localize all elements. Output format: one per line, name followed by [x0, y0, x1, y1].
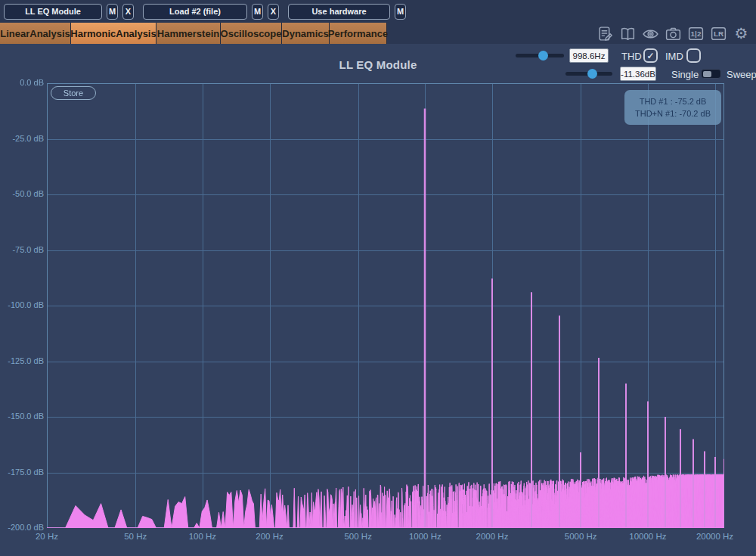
spectrum-chart: Store THD #1 : -75.2 dB THD+N #1: -70.2 …: [47, 83, 724, 528]
tab-hammerstein[interactable]: Hammerstein: [156, 23, 221, 44]
y-tick-label: -50.0 dB: [0, 189, 44, 198]
x-tick-label: 20 Hz: [17, 532, 77, 541]
tab-linearanalysis[interactable]: LinearAnalysis: [0, 23, 71, 44]
preset-group: Use hardwareM: [288, 4, 406, 20]
x-tick-label: 50 Hz: [105, 532, 166, 541]
tab-performance[interactable]: Performance: [330, 23, 387, 44]
x-tick-label: 10000 Hz: [618, 532, 678, 541]
toggle-knob: [703, 71, 711, 77]
x-tick-label: 200 Hz: [240, 532, 300, 541]
y-tick-label: -125.0 dB: [0, 356, 44, 365]
preset-button-ll-eq-module[interactable]: LL EQ Module: [4, 4, 102, 20]
x-tick-label: 20000 Hz: [685, 532, 745, 541]
frequency-value[interactable]: 998.6Hz: [569, 48, 609, 63]
midi-button[interactable]: M: [107, 4, 118, 20]
svg-text:1|2: 1|2: [691, 30, 702, 38]
preset-button-use-hardware[interactable]: Use hardware: [288, 4, 390, 20]
screenshot-icon[interactable]: [665, 25, 682, 42]
tab-bar: LinearAnalysisHarmonicAnalysisHammerstei…: [0, 23, 756, 44]
single-label: Single: [671, 69, 699, 80]
imd-checkbox[interactable]: ✓: [686, 48, 701, 63]
settings-icon[interactable]: ⚙: [733, 25, 750, 42]
x-tick-label: 5000 Hz: [550, 532, 611, 541]
y-tick-label: -200.0 dB: [0, 523, 44, 532]
thd-readout-line: THD #1 : -75.2 dB: [629, 95, 717, 107]
frequency-slider-thumb[interactable]: [538, 51, 548, 61]
thd-label: THD: [621, 51, 642, 62]
level-value[interactable]: -11.36dB: [620, 67, 656, 81]
store-button[interactable]: Store: [51, 86, 96, 100]
sweep-label: Sweep: [727, 69, 756, 80]
y-tick-label: -75.0 dB: [0, 245, 44, 254]
toolbar-icon-strip: 1|2LR⚙: [596, 23, 756, 44]
eye-icon[interactable]: [642, 25, 659, 42]
preset-bar: LL EQ ModuleMXLoad #2 (file)MXUse hardwa…: [0, 0, 756, 23]
manual-icon[interactable]: [619, 25, 637, 42]
clear-button[interactable]: X: [268, 4, 279, 20]
preset-group: LL EQ ModuleMX: [4, 4, 134, 20]
x-tick-label: 2000 Hz: [462, 532, 522, 541]
clear-button[interactable]: X: [122, 4, 134, 20]
thd-readout: THD #1 : -75.2 dB THD+N #1: -70.2 dB: [624, 90, 721, 125]
lr-icon[interactable]: LR: [710, 25, 727, 42]
y-tick-label: -150.0 dB: [0, 412, 44, 421]
spectrum-plot-canvas[interactable]: [47, 83, 724, 528]
thd-n-readout-line: THD+N #1: -70.2 dB: [629, 107, 717, 120]
x-tick-label: 1000 Hz: [395, 532, 455, 541]
level-slider-thumb[interactable]: [587, 69, 597, 79]
notes-icon[interactable]: [596, 25, 614, 42]
frequency-slider[interactable]: [516, 54, 564, 57]
x-tick-label: 500 Hz: [328, 532, 389, 541]
tabs: LinearAnalysisHarmonicAnalysisHammerstei…: [0, 23, 387, 44]
thd-checkbox[interactable]: ✓: [643, 48, 658, 63]
midi-button[interactable]: M: [252, 4, 263, 20]
plugin-analyzer-window: LL EQ ModuleMXLoad #2 (file)MXUse hardwa…: [0, 0, 756, 556]
preset-button-load-2-file[interactable]: Load #2 (file): [143, 4, 247, 20]
check-icon: ✓: [646, 51, 654, 61]
y-tick-label: -175.0 dB: [0, 467, 44, 477]
y-tick-label: 0.0 dB: [0, 78, 44, 87]
tab-oscilloscope[interactable]: Oscilloscope: [221, 23, 282, 44]
level-slider[interactable]: [565, 72, 612, 76]
single-sweep-toggle[interactable]: [701, 69, 721, 79]
y-tick-label: -25.0 dB: [0, 134, 44, 143]
svg-text:LR: LR: [714, 30, 723, 38]
x-tick-label: 100 Hz: [172, 532, 233, 541]
tab-harmonicanalysis[interactable]: HarmonicAnalysis: [71, 23, 156, 44]
preset-group: Load #2 (file)MX: [143, 4, 279, 20]
y-tick-label: -100.0 dB: [0, 300, 44, 309]
midi-button[interactable]: M: [395, 4, 406, 20]
channel-12-icon[interactable]: 1|2: [687, 25, 705, 42]
imd-label: IMD: [665, 51, 683, 62]
tab-dynamics[interactable]: Dynamics: [282, 23, 330, 44]
